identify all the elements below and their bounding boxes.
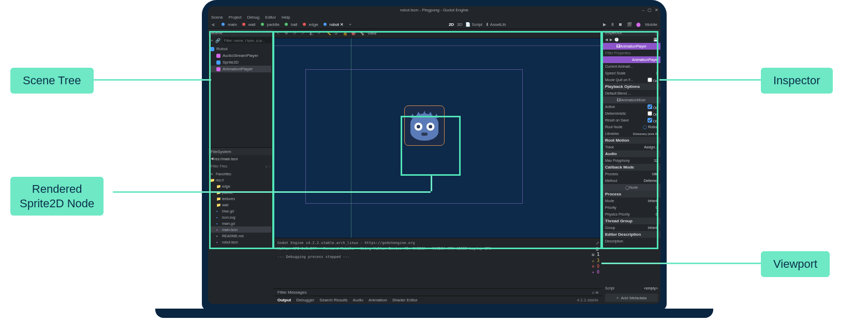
section-callback[interactable]: Callback Mode	[602, 164, 660, 171]
fs-nav-icon[interactable]: ◀	[211, 157, 213, 161]
group-tool-icon[interactable]: 🎯	[351, 31, 356, 36]
filter-properties[interactable]: Filter Properties	[605, 51, 630, 55]
tab-robot[interactable]: robot ✕	[323, 22, 344, 27]
tab-main[interactable]: main	[222, 22, 237, 27]
prop-value[interactable]: Inherit	[648, 226, 658, 230]
checkbox[interactable]	[648, 118, 652, 123]
ruler-tool-icon[interactable]: 📏	[326, 31, 331, 36]
assign-button[interactable]: Assign...	[644, 145, 658, 149]
tab-audio[interactable]: Audio	[353, 298, 363, 302]
scale-tool-icon[interactable]: ⤢	[301, 31, 306, 36]
section-audio[interactable]: Audio	[602, 150, 660, 157]
movie-icon[interactable]: ⬤	[636, 22, 641, 27]
fs-search-icon[interactable]: ⌕ ⋮	[266, 164, 271, 168]
select-tool-icon[interactable]: ↖	[276, 31, 282, 36]
prop-value[interactable]: 0	[656, 206, 658, 209]
link-icon[interactable]: 🔗	[215, 38, 220, 43]
inspector-menu-icon[interactable]: ⋮	[654, 30, 658, 35]
mode-2d[interactable]: 2D	[449, 22, 454, 27]
save-icon[interactable]: 💾	[653, 38, 658, 42]
viewport[interactable]	[273, 38, 602, 238]
menu-project[interactable]: Project	[229, 15, 242, 20]
prop-value[interactable]: Robot	[648, 125, 658, 129]
scene-filter-input[interactable]	[223, 37, 271, 43]
scene-node[interactable]: Robot	[210, 45, 271, 52]
mode-3d[interactable]: 3D	[457, 22, 462, 27]
back-icon[interactable]: ◀	[211, 22, 214, 27]
mode-script[interactable]: 📄 Script	[465, 22, 482, 27]
tab-output[interactable]: Output	[277, 298, 291, 302]
fs-item[interactable]: •icon.svg	[210, 214, 271, 220]
view-menu[interactable]: View	[367, 31, 376, 36]
minimize-icon[interactable]: –	[642, 8, 644, 12]
prop-value[interactable]: Idle	[652, 172, 658, 176]
fs-item[interactable]: •README.md	[210, 233, 271, 239]
checkbox[interactable]	[648, 111, 652, 116]
tab-wall[interactable]: wall	[242, 22, 256, 27]
tab-animation[interactable]: Animation	[369, 298, 387, 302]
prop-value[interactable]: Inherit	[648, 199, 658, 203]
history-icon[interactable]: 🕘	[614, 38, 619, 42]
stop-icon[interactable]: ⏹	[619, 22, 623, 27]
add-node-icon[interactable]: +	[211, 38, 213, 43]
close-icon[interactable]: ✕	[655, 8, 658, 12]
lock-tool-icon[interactable]: 🔒	[343, 31, 348, 36]
section-rootmotion[interactable]: Root Motion	[602, 137, 660, 144]
fs-item[interactable]: •blue.gd	[210, 208, 271, 214]
scene-node[interactable]: Sprite2D	[210, 59, 271, 66]
tab-ball[interactable]: ball	[285, 22, 298, 27]
filter-search-icon[interactable]: ⌕ ▤	[592, 290, 598, 295]
renderer-select[interactable]: Mobile	[645, 22, 657, 27]
play-scene-icon[interactable]: 🎬	[627, 22, 632, 27]
fs-item[interactable]: 📁wall	[210, 202, 271, 208]
maximize-icon[interactable]: ▢	[648, 8, 652, 12]
fs-item[interactable]: 📁res://	[210, 177, 271, 183]
add-tab-icon[interactable]: +	[349, 22, 351, 27]
scene-node[interactable]: AudioStreamPlayer	[210, 52, 271, 59]
section-thread[interactable]: Thread Group	[602, 218, 660, 224]
expand-icon[interactable]: ⤢	[592, 240, 599, 246]
bone-tool-icon[interactable]: 🦴	[359, 31, 364, 36]
fs-filter-label[interactable]: Filter Files	[211, 164, 227, 168]
tab-search-results[interactable]: Search Results	[319, 298, 347, 302]
output-console[interactable]: Godot Engine v4.2.2.stable.arch_linux - …	[273, 238, 602, 288]
fs-item[interactable]: •main.gd	[210, 220, 271, 226]
tool6-icon[interactable]: ⌖	[318, 31, 323, 36]
prop-value[interactable]: 1	[656, 71, 658, 75]
fs-item[interactable]: 📁textures	[210, 195, 271, 202]
menu-help[interactable]: Help	[282, 15, 290, 20]
tab-edge[interactable]: edge	[303, 22, 318, 27]
prop-value[interactable]: Dictionary (size 0)	[633, 132, 658, 135]
fs-item[interactable]: ★Favorites:	[210, 171, 271, 177]
filter-messages-input[interactable]: Filter Messages	[277, 290, 306, 295]
scene-node[interactable]: AnimationPlayer	[210, 66, 271, 72]
snap-tool-icon[interactable]: ⊞	[334, 31, 340, 36]
tab-paddle[interactable]: paddle	[261, 22, 279, 27]
menu-debug[interactable]: Debug	[247, 15, 260, 20]
tab-debugger[interactable]: Debugger	[296, 298, 314, 302]
scene-tree[interactable]: RobotAudioStreamPlayerSprite2DAnimationP…	[208, 44, 273, 73]
move-tool-icon[interactable]: ✥	[285, 31, 290, 36]
fs-item[interactable]: •main.tscn	[210, 226, 271, 233]
menu-scene[interactable]: Scene	[211, 15, 223, 20]
add-metadata-button[interactable]: + Add Metadata	[605, 294, 658, 302]
history-back-icon[interactable]: ◀	[605, 38, 608, 42]
section-playback[interactable]: Playback Options	[602, 83, 660, 90]
clear-icon[interactable]: 🗑	[592, 246, 599, 252]
menu-editor[interactable]: Editor	[265, 15, 276, 20]
history-fwd-icon[interactable]: ▶	[610, 38, 612, 42]
tab-shader-editor[interactable]: Shader Editor	[392, 298, 418, 302]
section-editor-desc[interactable]: Editor Description	[602, 231, 660, 238]
prop-value[interactable]: 32	[654, 159, 658, 162]
section-process[interactable]: Process	[602, 191, 660, 197]
prop-value[interactable]: Deferred	[644, 179, 658, 182]
pause-icon[interactable]: ⏸	[610, 22, 614, 27]
prop-value[interactable]: 0	[656, 212, 658, 216]
checkbox[interactable]	[648, 78, 652, 82]
play-icon[interactable]: ▶	[603, 22, 606, 27]
sprite2d-render[interactable]	[404, 105, 445, 146]
script-value[interactable]: <empty>	[644, 286, 658, 290]
filesystem-tree[interactable]: ★Favorites:📁res://📁edge📁paddle📁textures📁…	[208, 170, 273, 246]
checkbox[interactable]	[648, 104, 652, 109]
rotate-tool-icon[interactable]: ⟳	[293, 31, 298, 36]
